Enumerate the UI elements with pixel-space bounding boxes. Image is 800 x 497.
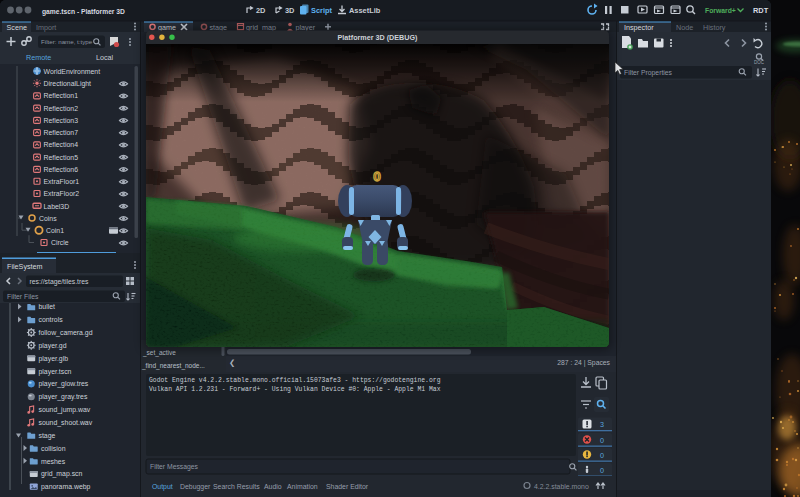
svg-text:3D: 3D xyxy=(285,6,295,15)
svg-text:Filter: name, t:type: Filter: name, t:type xyxy=(41,38,93,45)
svg-text:panorama.webp: panorama.webp xyxy=(41,483,91,491)
svg-text:Remote: Remote xyxy=(26,53,51,62)
svg-text:2D: 2D xyxy=(256,6,266,15)
svg-text:ExtraFloor1: ExtraFloor1 xyxy=(44,178,80,185)
svg-text:Reflection4: Reflection4 xyxy=(44,141,79,148)
svg-text:0: 0 xyxy=(600,451,604,460)
svg-text:0: 0 xyxy=(600,436,604,445)
svg-text:Node: Node xyxy=(676,23,693,32)
svg-text:Debugger: Debugger xyxy=(180,483,211,491)
svg-text:Animation: Animation xyxy=(287,483,318,490)
svg-text:Scene: Scene xyxy=(7,23,27,32)
svg-text:History: History xyxy=(703,23,726,32)
svg-text:Search Results: Search Results xyxy=(213,483,260,490)
svg-text:ExtraFloor2: ExtraFloor2 xyxy=(44,190,80,197)
svg-text:grid_map.scn: grid_map.scn xyxy=(41,470,83,478)
svg-text:❮: ❮ xyxy=(229,358,235,367)
svg-text:FileSystem: FileSystem xyxy=(7,262,43,271)
svg-text:Filter Properties: Filter Properties xyxy=(624,69,673,77)
svg-text:Reflection1: Reflection1 xyxy=(44,92,79,99)
svg-text:controls: controls xyxy=(39,316,64,323)
svg-text:Inspector: Inspector xyxy=(624,23,654,32)
svg-text:Reflection2: Reflection2 xyxy=(44,105,79,112)
svg-text:WorldEnvironment: WorldEnvironment xyxy=(44,68,101,75)
svg-text:RDT: RDT xyxy=(753,6,769,15)
svg-text:Script: Script xyxy=(311,6,332,15)
svg-text:game.tscn - Platformer 3D: game.tscn - Platformer 3D xyxy=(42,8,125,16)
svg-text:Coin1: Coin1 xyxy=(46,227,64,234)
svg-text:Shader Editor: Shader Editor xyxy=(326,483,369,490)
svg-text:Local: Local xyxy=(96,53,114,62)
svg-text:Coins: Coins xyxy=(39,215,57,222)
svg-text:stage: stage xyxy=(39,432,56,440)
svg-text:0: 0 xyxy=(600,466,604,475)
svg-text:Circle: Circle xyxy=(51,239,69,246)
svg-text:Forward+: Forward+ xyxy=(705,7,736,14)
svg-text:Reflection3: Reflection3 xyxy=(44,117,79,124)
svg-text:Filter Files: Filter Files xyxy=(7,293,39,300)
svg-text:AssetLib: AssetLib xyxy=(349,6,381,15)
svg-text:DirectionalLight: DirectionalLight xyxy=(44,80,92,88)
svg-text:4.2.2.stable.mono: 4.2.2.stable.mono xyxy=(534,483,589,490)
svg-text:3: 3 xyxy=(600,420,604,429)
svg-text:Filter Messages: Filter Messages xyxy=(150,463,199,471)
svg-text:Platformer 3D (DEBUG): Platformer 3D (DEBUG) xyxy=(338,33,418,42)
svg-text:player.glb: player.glb xyxy=(39,355,69,363)
svg-text:Reflection6: Reflection6 xyxy=(44,166,79,173)
svg-text:player.tscn: player.tscn xyxy=(39,368,72,376)
svg-text:player.gd: player.gd xyxy=(39,342,67,350)
svg-text:Reflection5: Reflection5 xyxy=(44,154,79,161)
svg-text:Vulkan API 1.2.231 - Forward+: Vulkan API 1.2.231 - Forward+ - Using Vu… xyxy=(149,386,441,393)
svg-text:res://stage/tiles.tres: res://stage/tiles.tres xyxy=(30,278,90,286)
svg-text:_find_nearest_node...: _find_nearest_node... xyxy=(141,362,205,370)
svg-text:sound_shoot.wav: sound_shoot.wav xyxy=(39,419,93,427)
svg-text:follow_camera.gd: follow_camera.gd xyxy=(39,329,93,337)
svg-text:Import: Import xyxy=(36,23,56,32)
svg-text:Label3D: Label3D xyxy=(44,203,70,210)
svg-text:sound_jump.wav: sound_jump.wav xyxy=(39,406,91,414)
svg-text:Audio: Audio xyxy=(264,483,282,490)
svg-text:player_glow.tres: player_glow.tres xyxy=(39,380,89,388)
svg-text:0: 0 xyxy=(373,169,381,184)
svg-text:player_gray.tres: player_gray.tres xyxy=(39,393,88,401)
svg-text:DOC: DOC xyxy=(754,60,765,65)
svg-text:bullet: bullet xyxy=(39,303,56,310)
svg-text:Reflection7: Reflection7 xyxy=(44,129,79,136)
svg-text:Output: Output xyxy=(152,483,173,491)
svg-text:Godot Engine v4.2.2.stable.mon: Godot Engine v4.2.2.stable.mono.official… xyxy=(149,377,441,384)
svg-text:287 : 24 | Spaces: 287 : 24 | Spaces xyxy=(557,359,610,367)
svg-text:meshes: meshes xyxy=(41,458,66,465)
svg-text:collision: collision xyxy=(41,445,66,452)
